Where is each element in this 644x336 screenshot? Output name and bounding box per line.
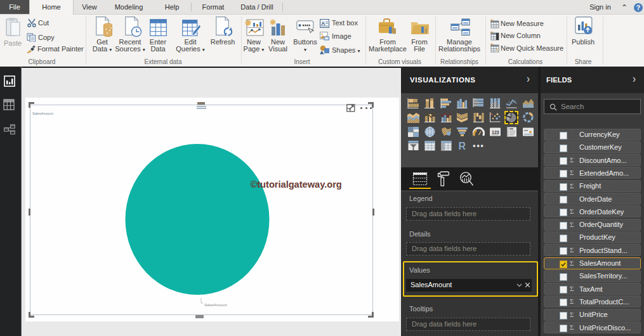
svg-text:123: 123: [492, 129, 499, 134]
svg-text:R: R: [459, 141, 466, 152]
svg-text:A: A: [321, 20, 325, 27]
